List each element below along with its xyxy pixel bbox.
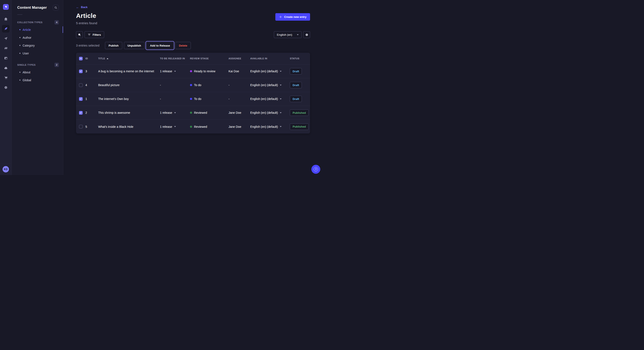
locale-dropdown[interactable]: English (en) (default) <box>250 97 290 101</box>
strapi-logo-icon[interactable] <box>3 4 9 10</box>
search-icon[interactable] <box>76 31 83 38</box>
table-row[interactable]: 1The internet's Own boy-To do-English (e… <box>76 92 310 106</box>
filters-button[interactable]: Filters <box>84 31 104 38</box>
back-arrow-icon: ← <box>76 5 79 9</box>
subnav-list: AboutGlobal <box>12 68 63 84</box>
locale-dropdown[interactable]: English (en) (default) <box>250 125 290 128</box>
cell-title: The internet's Own boy <box>98 97 160 101</box>
cell-title: This shrimp is awesome <box>98 111 160 114</box>
search-icon[interactable] <box>53 5 59 11</box>
rail-avatar-area: KD <box>0 163 12 175</box>
sidebar-item-article[interactable]: Article <box>12 26 63 34</box>
paper-plane-icon[interactable] <box>2 35 10 42</box>
column-header-id[interactable]: ID <box>86 57 98 60</box>
row-checkbox[interactable] <box>79 125 83 128</box>
bullet-icon <box>20 37 20 38</box>
table-body: 3A bug is becoming a meme on the interne… <box>76 64 310 134</box>
cell-assignee: - <box>228 97 250 101</box>
sidebar-item-label: Global <box>22 78 31 82</box>
table-row[interactable]: 5What's inside a Black Hole1 releaseRevi… <box>76 120 310 134</box>
bullet-icon <box>20 45 20 46</box>
column-header-to-be-released-in[interactable]: TO BE RELEASED IN <box>160 57 190 60</box>
sidebar-item-label: Author <box>22 36 31 39</box>
sidebar-item-label: Category <box>22 44 35 47</box>
subnav-divider <box>17 14 22 15</box>
sidebar-item-label: About <box>22 71 30 74</box>
sidebar-item-author[interactable]: Author <box>12 34 63 41</box>
bullet-icon <box>20 29 20 30</box>
content-manager-subnav: Content Manager COLLECTION TYPES4Article… <box>12 0 63 175</box>
column-header-status[interactable]: STATUS <box>290 57 310 60</box>
layout-icon[interactable] <box>2 54 10 62</box>
help-button[interactable]: ? <box>311 165 320 174</box>
gear-icon[interactable] <box>303 31 310 38</box>
column-header-title[interactable]: TITLE <box>98 57 160 60</box>
main-content: ← Back Article 5 entries found Create ne… <box>63 0 322 175</box>
page-title: Article <box>76 12 97 19</box>
table-row[interactable]: 4Beautiful picture-To do-English (en) (d… <box>76 78 310 92</box>
gear-icon[interactable] <box>2 84 10 91</box>
column-header-review-stage[interactable]: REVIEW STAGE <box>190 57 228 60</box>
release-dropdown[interactable]: 1 release <box>160 111 190 114</box>
sidebar-item-about[interactable]: About <box>12 68 63 76</box>
sidebar-item-user[interactable]: User <box>12 49 63 57</box>
cell-id: 5 <box>86 125 98 128</box>
column-header-assignee[interactable]: ASSIGNEE <box>228 57 250 60</box>
cell-review-stage: Reviewed <box>190 111 228 114</box>
select-all-checkbox[interactable] <box>79 57 83 60</box>
entries-table: ID TITLE TO BE RELEASED IN REVIEW STAGE … <box>76 53 310 134</box>
row-checkbox[interactable] <box>79 70 83 73</box>
stage-dot <box>190 126 192 128</box>
row-checkbox[interactable] <box>79 97 83 101</box>
row-checkbox[interactable] <box>79 111 83 115</box>
cell-id: 2 <box>86 111 98 114</box>
cart-icon[interactable] <box>2 74 10 81</box>
media-images-icon[interactable] <box>2 44 10 52</box>
bullet-icon <box>20 53 20 54</box>
stage-dot <box>190 98 192 100</box>
table-row[interactable]: 2This shrimp is awesome1 releaseReviewed… <box>76 106 310 120</box>
column-header-available-in[interactable]: AVAILABLE IN <box>250 57 290 60</box>
back-button[interactable]: ← Back <box>76 5 88 9</box>
status-badge: Draft <box>290 82 302 88</box>
avatar[interactable]: KD <box>2 166 9 173</box>
nav-rail: KD <box>0 0 12 175</box>
stage-dot <box>190 70 192 72</box>
cell-release: - <box>160 83 190 87</box>
sidebar-item-global[interactable]: Global <box>12 76 63 84</box>
feather-icon[interactable] <box>2 25 10 32</box>
locale-dropdown[interactable]: English (en) <box>274 31 302 38</box>
home-icon[interactable] <box>2 15 10 23</box>
plus-icon <box>279 15 282 18</box>
delete-button[interactable]: Delete <box>175 42 191 49</box>
add-to-release-button[interactable]: Add to Release <box>146 42 174 49</box>
sidebar-item-category[interactable]: Category <box>12 41 63 49</box>
entries-count: 5 entries found <box>76 21 97 25</box>
create-new-entry-button[interactable]: Create new entry <box>275 13 310 21</box>
unpublish-button[interactable]: Unpublish <box>124 42 145 49</box>
cell-assignee: Kai Doe <box>228 70 250 73</box>
cell-id: 3 <box>86 70 98 73</box>
locale-dropdown[interactable]: English (en) (default) <box>250 83 290 87</box>
locale-dropdown[interactable]: English (en) (default) <box>250 70 290 73</box>
publish-button[interactable]: Publish <box>105 42 122 49</box>
cloud-icon[interactable] <box>2 64 10 72</box>
cell-review-stage: To do <box>190 83 228 87</box>
bullet-icon <box>20 72 20 73</box>
back-link[interactable]: Back <box>81 5 88 9</box>
rail-nav <box>0 14 12 163</box>
release-dropdown[interactable]: 1 release <box>160 70 190 73</box>
table-row[interactable]: 3A bug is becoming a meme on the interne… <box>76 64 310 78</box>
chevron-down-icon <box>280 85 282 86</box>
stage-dot <box>190 84 192 86</box>
section-header: COLLECTION TYPES4 <box>12 20 63 24</box>
chevron-down-icon <box>174 71 176 72</box>
release-dropdown[interactable]: 1 release <box>160 125 190 128</box>
rail-logo-area <box>0 0 12 14</box>
locale-dropdown[interactable]: English (en) (default) <box>250 111 290 114</box>
sort-ascending-icon <box>107 58 108 59</box>
cell-status: Published <box>290 124 310 130</box>
selection-count: 3 entries selected <box>76 44 100 47</box>
row-checkbox[interactable] <box>79 83 83 87</box>
chevron-down-icon <box>297 34 298 35</box>
